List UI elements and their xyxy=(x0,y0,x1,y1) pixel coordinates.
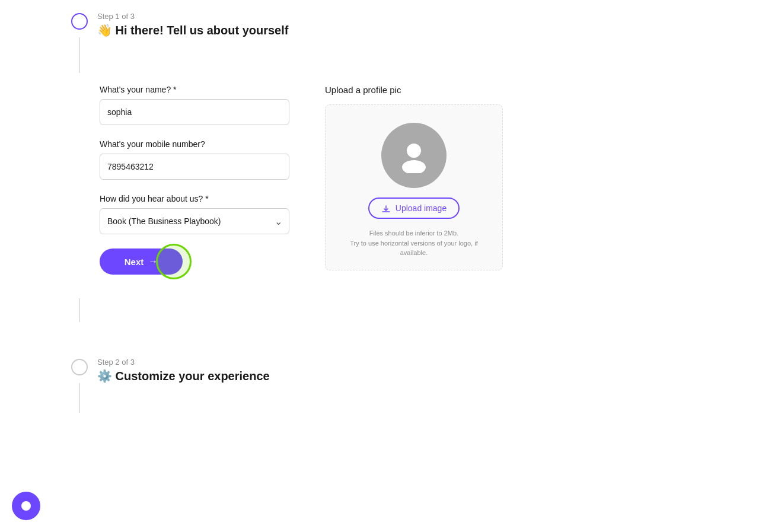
step2-bottom-line xyxy=(79,383,80,413)
bottom-dot[interactable] xyxy=(12,492,40,520)
step1-info: Step 1 of 3 👋 Hi there! Tell us about yo… xyxy=(97,12,288,37)
step1-bottom-line xyxy=(79,298,80,322)
svg-point-0 xyxy=(407,144,421,158)
step1-line xyxy=(79,37,80,73)
step2-indicator: Step 2 of 3 ⚙️ Customize your experience xyxy=(0,358,759,383)
step1-section: Step 1 of 3 👋 Hi there! Tell us about yo… xyxy=(0,0,759,346)
next-label: Next xyxy=(125,257,144,267)
upload-section-label: Upload a profile pic xyxy=(325,85,503,95)
step1-circle xyxy=(71,13,88,30)
name-field-group: What's your name? * xyxy=(100,85,289,125)
form-right: Upload a profile pic Upload image xyxy=(325,85,503,275)
mobile-label: What's your mobile number? xyxy=(100,139,289,149)
step2-section: Step 2 of 3 ⚙️ Customize your experience xyxy=(0,346,759,425)
avatar xyxy=(381,123,447,188)
hear-select-wrapper: Book (The Business Playbook) Google Soci… xyxy=(100,208,289,234)
upload-icon xyxy=(381,203,391,213)
step2-circle xyxy=(71,359,88,375)
mobile-input[interactable] xyxy=(100,154,289,180)
next-button[interactable]: Next → xyxy=(100,249,183,275)
step2-title: ⚙️ Customize your experience xyxy=(97,369,270,383)
upload-box: Upload image Files should be inferior to… xyxy=(325,104,503,270)
next-btn-wrapper: Next → xyxy=(100,249,183,275)
person-icon xyxy=(396,138,432,173)
hear-field-group: How did you hear about us? * Book (The B… xyxy=(100,194,289,234)
name-input[interactable] xyxy=(100,99,289,125)
dot-inner xyxy=(21,501,31,511)
upload-image-button[interactable]: Upload image xyxy=(368,197,460,219)
step1-indicator: Step 1 of 3 👋 Hi there! Tell us about yo… xyxy=(0,12,759,37)
hear-select[interactable]: Book (The Business Playbook) Google Soci… xyxy=(100,208,289,234)
step2-info: Step 2 of 3 ⚙️ Customize your experience xyxy=(97,358,270,383)
step1-title: 👋 Hi there! Tell us about yourself xyxy=(97,23,288,37)
hear-label: How did you hear about us? * xyxy=(100,194,289,203)
name-label: What's your name? * xyxy=(100,85,289,94)
form-content: What's your name? * What's your mobile n… xyxy=(0,73,759,298)
step1-label: Step 1 of 3 xyxy=(97,12,288,21)
step2-label: Step 2 of 3 xyxy=(97,358,270,367)
form-left: What's your name? * What's your mobile n… xyxy=(100,85,289,275)
svg-point-1 xyxy=(402,160,426,173)
upload-hint: Files should be inferior to 2Mb. Try to … xyxy=(337,228,490,258)
mobile-field-group: What's your mobile number? xyxy=(100,139,289,180)
upload-button-label: Upload image xyxy=(396,203,447,213)
arrow-icon: → xyxy=(148,256,158,267)
